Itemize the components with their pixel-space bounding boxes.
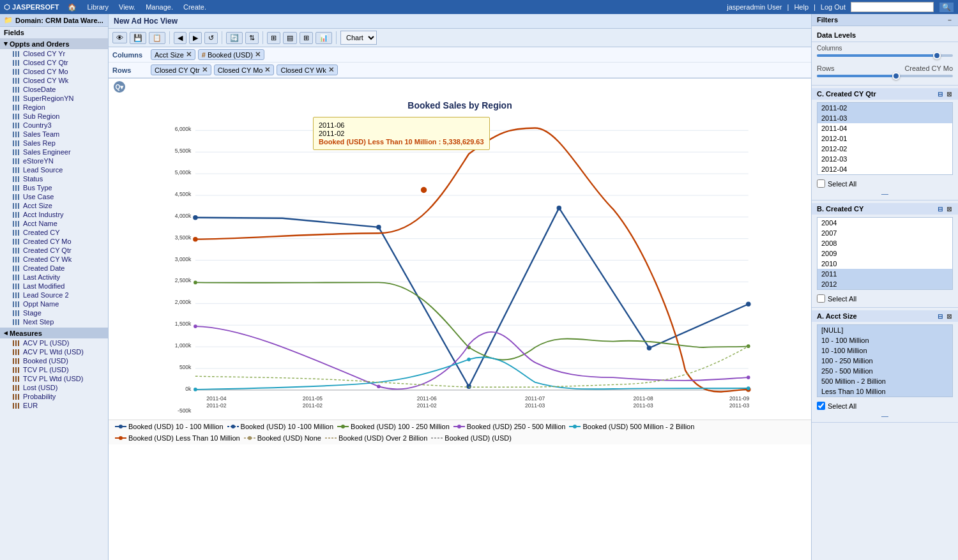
measure-item[interactable]: Lost (USD) [0, 383, 108, 392]
filter-acct-size-minimize[interactable]: ⊠ [945, 313, 953, 320]
measure-item[interactable]: Booked (USD) [0, 356, 108, 365]
field-item[interactable]: Created CY Mo [0, 237, 108, 246]
measure-item[interactable]: EUR [0, 401, 108, 410]
filter-acct-size-expand[interactable]: ⊟ [938, 313, 943, 320]
field-item[interactable]: Acct Industry [0, 210, 108, 219]
chip-acct-size-remove[interactable]: ✕ [186, 50, 192, 59]
filter-list-item[interactable]: 2012-02 [817, 144, 952, 154]
filter-created-cy-list[interactable]: 2004200720082009201020112012 [817, 217, 953, 290]
filter-created-cy-header[interactable]: B. Created CY ⊟ ⊠ [812, 203, 958, 215]
measure-item[interactable]: TCV PL Wtd (USD) [0, 374, 108, 383]
field-item[interactable]: Closed CY Yr [0, 49, 108, 58]
filter-list-item[interactable]: 2012-04 [817, 164, 952, 174]
field-item[interactable]: Sub Region [0, 112, 108, 121]
field-item[interactable]: Oppt Name [0, 299, 108, 308]
filter-list-item[interactable]: 2010 [817, 259, 952, 269]
rows-slider-thumb[interactable] [892, 72, 900, 80]
toolbar-saveas-btn[interactable]: 📋 [149, 32, 165, 44]
filter-list-item[interactable]: 2011 [817, 269, 952, 279]
field-item[interactable]: Created Date [0, 264, 108, 273]
toolbar-chart-btn[interactable]: 📊 [316, 32, 332, 44]
filters-minimize-btn[interactable]: − [947, 17, 953, 24]
filter-created-cy-qtr-header[interactable]: C. Created CY Qtr ⊟ ⊠ [812, 88, 958, 100]
filter-acct-size-header[interactable]: A. Acct Size ⊟ ⊠ [812, 310, 958, 322]
field-item[interactable]: Region [0, 103, 108, 112]
nav-create[interactable]: Create. [183, 3, 206, 11]
chip-booked-usd[interactable]: # Booked (USD) ✕ [198, 49, 264, 60]
chip-closed-cy-qtr[interactable]: Closed CY Qtr ✕ [151, 64, 211, 75]
measures-header[interactable]: ◂ Measures [0, 328, 108, 338]
field-item[interactable]: Last Activity [0, 273, 108, 282]
field-item[interactable]: Sales Engineer [0, 148, 108, 156]
section-oppts[interactable]: ▾ Oppts and Orders [0, 38, 108, 49]
toolbar-eye-btn[interactable]: 👁 [112, 32, 127, 43]
field-item[interactable]: Sales Rep [0, 139, 108, 148]
nav-view[interactable]: View. [119, 3, 135, 11]
field-item[interactable]: CloseDate [0, 85, 108, 94]
filter-acct-size-checkbox[interactable] [817, 402, 825, 410]
toolbar-save-btn[interactable]: 💾 [130, 32, 146, 44]
filter-acct-size-list[interactable]: [NULL]10 - 100 Million10 -100 Million100… [817, 324, 953, 397]
field-item[interactable]: Created CY [0, 228, 108, 237]
chip-closed-cy-mo-remove[interactable]: ✕ [264, 66, 270, 74]
filter-list-item[interactable]: 2008 [817, 238, 952, 248]
field-item[interactable]: Use Case [0, 192, 108, 201]
columns-slider-thumb[interactable] [933, 52, 941, 59]
toolbar-reset-btn[interactable]: ↺ [204, 32, 218, 44]
toolbar-undo-btn[interactable]: ◀ [174, 32, 186, 44]
filter-list-item[interactable]: 10 - 100 Million [817, 335, 952, 345]
field-item[interactable]: Lead Source [0, 165, 108, 174]
filter-created-cy-qtr-expand[interactable]: ⊟ [938, 91, 943, 98]
filter-created-cy-minimize[interactable]: ⊠ [945, 206, 953, 213]
chip-closed-cy-qtr-remove[interactable]: ✕ [202, 66, 208, 74]
filter-list-item[interactable]: 250 - 500 Million [817, 366, 952, 376]
chip-booked-remove[interactable]: ✕ [255, 50, 261, 59]
filter-list-item[interactable]: 2012-03 [817, 154, 952, 164]
filter-list-item[interactable]: 2011-03 [817, 113, 952, 123]
chip-acct-size[interactable]: Acct Size ✕ [151, 49, 195, 60]
search-input[interactable] [851, 2, 934, 12]
help-link[interactable]: Help [794, 3, 809, 11]
filter-created-cy-expand[interactable]: ⊟ [938, 206, 943, 213]
field-item[interactable]: Stage [0, 308, 108, 317]
field-item[interactable]: Next Step [0, 317, 108, 326]
measure-item[interactable]: ACV PL Wtd (USD) [0, 347, 108, 356]
filter-list-item[interactable]: 100 - 250 Million [817, 356, 952, 366]
field-item[interactable]: Created CY Qtr [0, 246, 108, 255]
filter-list-item[interactable]: 2012 [817, 279, 952, 289]
toolbar-refresh-btn[interactable]: 🔄 [226, 32, 243, 44]
field-item[interactable]: Lead Source 2 [0, 291, 108, 299]
chip-closed-cy-mo[interactable]: Closed CY Mo ✕ [214, 64, 275, 75]
measure-item[interactable]: ACV PL (USD) [0, 338, 108, 347]
filter-created-cy-checkbox[interactable] [817, 294, 825, 303]
field-item[interactable]: Created CY Wk [0, 255, 108, 264]
field-item[interactable]: Bus Type [0, 183, 108, 192]
nav-home[interactable]: 🏠 [68, 3, 77, 11]
field-item[interactable]: SuperRegionYN [0, 94, 108, 103]
toolbar-sort-btn[interactable]: ⇅ [245, 32, 259, 44]
q-icon[interactable]: Q▾ [114, 81, 125, 93]
field-item[interactable]: Acct Size [0, 201, 108, 210]
filter-list-item[interactable]: 2011-04 [817, 123, 952, 133]
field-item[interactable]: Closed CY Qtr [0, 58, 108, 67]
toolbar-layout-btn[interactable]: ⊞ [267, 32, 280, 44]
filter-created-cy-qtr-expand-more[interactable]: — [812, 190, 958, 197]
filter-list-item[interactable]: 10 -100 Million [817, 345, 952, 356]
toolbar-crosstab-btn[interactable]: ⊞ [300, 32, 313, 44]
filter-list-item[interactable]: Less Than 10 Million [817, 386, 952, 397]
nav-library[interactable]: Library [87, 3, 109, 11]
filter-list-item[interactable]: 2011-02 [817, 103, 952, 113]
toolbar-table-btn[interactable]: ▤ [283, 32, 297, 44]
field-item[interactable]: Last Modified [0, 282, 108, 291]
field-item[interactable]: Status [0, 174, 108, 183]
filter-list-item[interactable]: [NULL] [817, 325, 952, 335]
nav-manage[interactable]: Manage. [146, 3, 173, 11]
chart-type-select[interactable]: Chart [340, 31, 377, 45]
field-item[interactable]: Sales Team [0, 130, 108, 139]
columns-slider-track[interactable] [817, 54, 953, 57]
toolbar-redo-btn[interactable]: ▶ [189, 32, 202, 44]
filter-list-item[interactable]: 2009 [817, 248, 952, 259]
field-item[interactable]: Country3 [0, 121, 108, 130]
field-item[interactable]: Acct Name [0, 219, 108, 228]
filter-list-item[interactable]: 2012-01 [817, 133, 952, 144]
